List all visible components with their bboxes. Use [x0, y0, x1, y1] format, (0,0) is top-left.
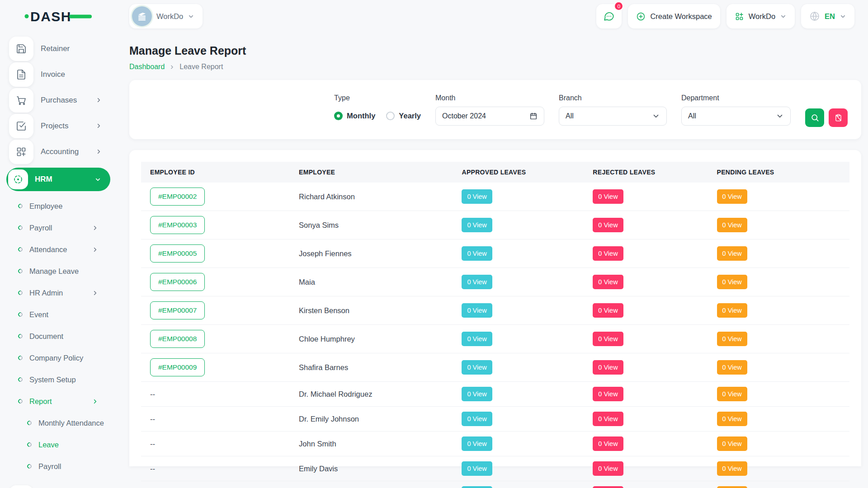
employee-id-cell: -- — [141, 407, 290, 432]
messages-count-badge: 0 — [614, 1, 623, 11]
employee-name-cell: Richard Atkinson — [290, 183, 453, 211]
sidebar-item-accounting[interactable]: Accounting — [0, 139, 118, 164]
sidebar-item-leave[interactable]: Leave — [0, 434, 118, 455]
pending-leaves-view-badge[interactable]: 0 View — [717, 303, 747, 318]
radio-checked-icon[interactable] — [334, 112, 343, 120]
pending-leaves-cell: 0 View — [708, 382, 849, 407]
pending-leaves-view-badge[interactable]: 0 View — [717, 412, 747, 426]
sidebar-item-label: Payroll — [38, 462, 61, 471]
branch-select[interactable]: All — [559, 107, 667, 126]
breadcrumb-current: Leave Report — [179, 63, 223, 71]
approved-leaves-view-badge[interactable]: 0 View — [462, 246, 492, 261]
sidebar-item-company-policy[interactable]: Company Policy — [0, 347, 118, 369]
sidebar-item-projects[interactable]: Projects — [0, 113, 118, 139]
approved-leaves-cell: 0 View — [453, 325, 584, 353]
rejected-leaves-view-badge[interactable]: 0 View — [593, 486, 623, 488]
cart-icon — [9, 88, 33, 113]
employee-id-button[interactable]: #EMP00005 — [150, 244, 205, 263]
breadcrumb-dashboard-link[interactable]: Dashboard — [129, 63, 165, 71]
radio-unchecked-icon[interactable] — [386, 112, 395, 120]
app-logo[interactable]: DASH — [0, 7, 116, 26]
sidebar-item-hrm[interactable]: HRM — [6, 168, 110, 191]
employee-id-button[interactable]: #EMP00008 — [150, 330, 205, 348]
sidebar-item-hr-admin[interactable]: HR Admin — [0, 282, 118, 304]
rejected-leaves-view-badge[interactable]: 0 View — [593, 246, 623, 261]
sidebar-item-pos[interactable]: POS — [0, 484, 118, 488]
grid-plus-icon — [9, 140, 33, 164]
month-input[interactable]: October 2024 — [435, 107, 544, 126]
sidebar-item-payroll[interactable]: Payroll — [0, 455, 118, 477]
sidebar-item-monthly-attendance[interactable]: Monthly Attendance — [0, 412, 118, 434]
rejected-leaves-view-badge[interactable]: 0 View — [593, 275, 623, 289]
rejected-leaves-view-badge[interactable]: 0 View — [593, 461, 623, 476]
approved-leaves-view-badge[interactable]: 0 View — [462, 218, 492, 232]
sidebar-item-report[interactable]: Report — [0, 390, 118, 412]
current-workspace-button[interactable]: WorkDo — [129, 4, 203, 28]
pending-leaves-view-badge[interactable]: 0 View — [717, 275, 747, 289]
pending-leaves-view-badge[interactable]: 0 View — [717, 436, 747, 451]
rejected-leaves-view-badge[interactable]: 0 View — [593, 387, 623, 401]
employee-name-cell: Joseph Fiennes — [290, 239, 453, 268]
sidebar-item-invoice[interactable]: Invoice — [0, 61, 118, 87]
rejected-leaves-view-badge[interactable]: 0 View — [593, 436, 623, 451]
rejected-leaves-view-badge[interactable]: 0 View — [593, 189, 623, 204]
rejected-leaves-view-badge[interactable]: 0 View — [593, 360, 623, 375]
employee-id-button[interactable]: #EMP00007 — [150, 301, 205, 319]
sidebar-item-retainer[interactable]: Retainer — [0, 36, 118, 61]
pending-leaves-view-badge[interactable]: 0 View — [717, 461, 747, 476]
sidebar-item-purchases[interactable]: Purchases — [0, 87, 118, 113]
rejected-leaves-cell: 0 View — [584, 296, 708, 325]
approved-leaves-view-badge[interactable]: 0 View — [462, 436, 492, 451]
pending-leaves-view-badge[interactable]: 0 View — [717, 246, 747, 261]
chevron-right-icon — [92, 398, 99, 405]
table-row: --John Smith0 View0 View0 View — [141, 432, 849, 456]
type-option-monthly[interactable]: Monthly — [334, 112, 375, 120]
pending-leaves-view-badge[interactable]: 0 View — [717, 486, 747, 488]
rejected-leaves-view-badge[interactable]: 0 View — [593, 303, 623, 318]
search-button[interactable] — [805, 108, 824, 127]
type-option-yearly[interactable]: Yearly — [386, 112, 421, 120]
table-row: --Emily Davis0 View0 View0 View — [141, 456, 849, 481]
workspace-switcher-button[interactable]: WorkDo — [726, 4, 795, 28]
sidebar-item-label: Report — [29, 397, 52, 406]
topbar-right-cluster: 0 Create Workspace WorkDo EN — [596, 4, 854, 28]
employee-id-button[interactable]: #EMP00006 — [150, 273, 205, 291]
sidebar-item-document[interactable]: Document — [0, 325, 118, 347]
globe-icon — [809, 11, 820, 22]
messages-button[interactable]: 0 — [596, 4, 622, 28]
employee-id-button[interactable]: #EMP00009 — [150, 358, 205, 376]
language-selector[interactable]: EN — [801, 4, 854, 28]
pending-leaves-view-badge[interactable]: 0 View — [717, 387, 747, 401]
sidebar-item-manage-leave[interactable]: Manage Leave — [0, 260, 118, 282]
pending-leaves-view-badge[interactable]: 0 View — [717, 218, 747, 232]
department-select[interactable]: All — [681, 107, 791, 126]
pending-leaves-view-badge[interactable]: 0 View — [717, 332, 747, 346]
sidebar-item-event[interactable]: Event — [0, 304, 118, 325]
sidebar-item-attendance[interactable]: Attendance — [0, 239, 118, 260]
approved-leaves-view-badge[interactable]: 0 View — [462, 275, 492, 289]
approved-leaves-view-badge[interactable]: 0 View — [462, 189, 492, 204]
approved-leaves-view-badge[interactable]: 0 View — [462, 412, 492, 426]
sidebar-item-system-setup[interactable]: System Setup — [0, 369, 118, 390]
pending-leaves-view-badge[interactable]: 0 View — [717, 360, 747, 375]
approved-leaves-view-badge[interactable]: 0 View — [462, 303, 492, 318]
pending-leaves-view-badge[interactable]: 0 View — [717, 189, 747, 204]
approved-leaves-view-badge[interactable]: 0 View — [462, 387, 492, 401]
table-row: #EMP00005Joseph Fiennes0 View0 View0 Vie… — [141, 239, 849, 268]
sidebar-item-payroll[interactable]: Payroll — [0, 217, 118, 239]
create-workspace-button[interactable]: Create Workspace — [628, 4, 720, 28]
sidebar-item-label: Attendance — [29, 245, 67, 254]
bullet-icon — [17, 290, 24, 296]
approved-leaves-view-badge[interactable]: 0 View — [462, 360, 492, 375]
employee-id-button[interactable]: #EMP00003 — [150, 216, 205, 234]
rejected-leaves-view-badge[interactable]: 0 View — [593, 218, 623, 232]
language-code: EN — [825, 12, 835, 21]
approved-leaves-view-badge[interactable]: 0 View — [462, 461, 492, 476]
employee-id-button[interactable]: #EMP00002 — [150, 188, 205, 206]
sidebar-item-employee[interactable]: Employee — [0, 195, 118, 217]
approved-leaves-view-badge[interactable]: 0 View — [462, 486, 492, 488]
rejected-leaves-view-badge[interactable]: 0 View — [593, 412, 623, 426]
reset-filter-button[interactable] — [829, 108, 848, 127]
approved-leaves-view-badge[interactable]: 0 View — [462, 332, 492, 346]
rejected-leaves-view-badge[interactable]: 0 View — [593, 332, 623, 346]
